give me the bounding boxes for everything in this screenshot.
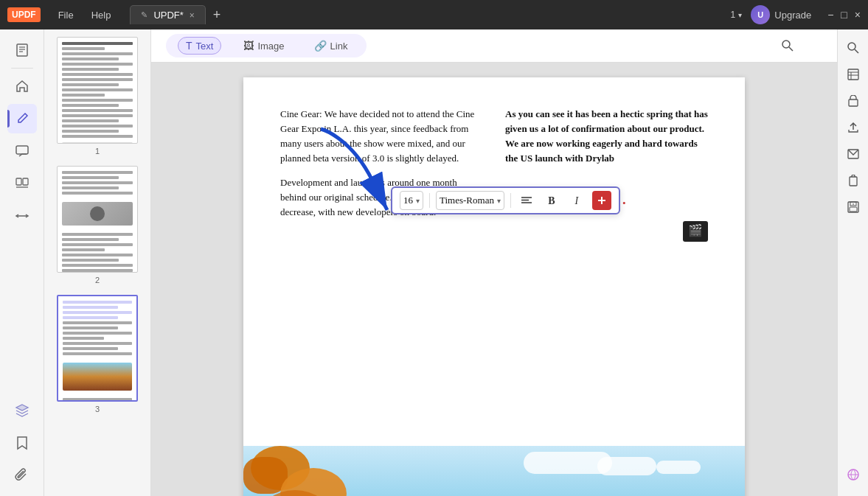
- toolbar: T Text 🖼 Image 🔗 Link: [151, 29, 837, 63]
- right-clipboard-icon[interactable]: [841, 168, 866, 193]
- pdf-viewer[interactable]: Cine Gear: We have decided not to attend…: [151, 63, 837, 496]
- autumn-leaves: [243, 446, 361, 496]
- more-options-button[interactable]: [592, 191, 611, 210]
- right-search-icon[interactable]: [841, 35, 866, 60]
- tab-label: UPDF*: [153, 10, 183, 21]
- link-icon: 🔗: [314, 40, 327, 52]
- title-right: 1 ▾ U Upgrade − □ ×: [731, 5, 861, 24]
- sidebar-icon-read[interactable]: [7, 35, 37, 65]
- thumb-label-3: 3: [95, 405, 100, 413]
- right-table-icon[interactable]: [841, 62, 866, 87]
- thumb-img-3: [57, 295, 138, 402]
- edit-icon: ✎: [141, 10, 147, 20]
- page-nav: 1 ▾: [731, 10, 743, 20]
- svg-point-17: [848, 43, 855, 50]
- svg-rect-25: [850, 177, 857, 186]
- image-tool[interactable]: 🖼 Image: [236, 38, 291, 54]
- thumbnails-panel[interactable]: 1: [44, 29, 151, 496]
- thumbnail-page-2[interactable]: 2: [44, 166, 150, 284]
- bold-button[interactable]: B: [542, 191, 561, 210]
- main-layout: 1: [0, 29, 868, 496]
- right-sidebar: [837, 29, 868, 496]
- svg-rect-4: [16, 146, 28, 154]
- close-window-button[interactable]: ×: [855, 9, 861, 21]
- help-menu[interactable]: Help: [86, 8, 117, 22]
- col1-para2-bold: Development and launch: [280, 177, 376, 188]
- avatar: U: [751, 5, 770, 24]
- svg-rect-0: [17, 44, 27, 56]
- col1-para1-bold: Cine Gear:: [280, 108, 322, 119]
- page-3: Cine Gear: We have decided not to attend…: [243, 77, 745, 496]
- link-tool-label: Link: [330, 41, 348, 52]
- active-tab[interactable]: ✎ UPDF* ×: [130, 5, 205, 24]
- font-size-arrow: ▾: [416, 195, 420, 206]
- sidebar-icon-attach[interactable]: [7, 461, 37, 490]
- right-share-icon[interactable]: [841, 115, 866, 140]
- text-tool[interactable]: T Text: [178, 37, 221, 55]
- font-name-arrow: ▾: [497, 195, 501, 206]
- image-icon: 🖼: [243, 40, 254, 52]
- tab-close-icon[interactable]: ×: [190, 10, 195, 21]
- svg-line-10: [789, 47, 793, 51]
- right-lock-icon[interactable]: [841, 88, 866, 113]
- sidebar-icon-bookmark[interactable]: [7, 428, 37, 458]
- sidebar-icon-comment[interactable]: [7, 136, 37, 166]
- font-name-select[interactable]: Times-Roman ▾: [436, 191, 504, 210]
- svg-rect-5: [16, 178, 21, 185]
- svg-line-18: [855, 49, 858, 53]
- thumbnail-page-1[interactable]: 1: [44, 37, 150, 156]
- image-tool-label: Image: [257, 41, 284, 52]
- text-tool-label: Text: [196, 41, 214, 52]
- sidebar-icon-home[interactable]: [7, 71, 37, 101]
- thumb-img-2: [57, 166, 138, 273]
- upgrade-button[interactable]: U Upgrade: [751, 5, 811, 24]
- window-controls: − □ ×: [827, 9, 861, 21]
- maximize-button[interactable]: □: [841, 9, 847, 21]
- camera-icon: 🎬: [683, 221, 708, 242]
- align-left-button[interactable]: [517, 191, 536, 210]
- thumb-label-2: 2: [95, 276, 100, 284]
- svg-rect-19: [848, 69, 858, 80]
- sidebar-icon-separator: [11, 68, 33, 69]
- right-network-icon[interactable]: [841, 462, 866, 487]
- file-menu[interactable]: File: [52, 8, 80, 22]
- sidebar-icon-organize[interactable]: [7, 169, 37, 198]
- tab-area: ✎ UPDF* × +: [130, 5, 724, 24]
- font-size-select[interactable]: 16 ▾: [400, 191, 423, 210]
- left-sidebar: [0, 29, 44, 496]
- text-format-toolbar: 16 ▾ Times-Roman ▾ B I: [391, 186, 620, 214]
- italic-button[interactable]: I: [567, 191, 586, 210]
- main-content: T Text 🖼 Image 🔗 Link: [151, 29, 837, 496]
- title-bar: UPDF File Help ✎ UPDF* × + 1 ▾ U Upgrade…: [0, 0, 868, 29]
- sidebar-icon-edit[interactable]: [7, 104, 37, 133]
- add-tab-button[interactable]: +: [209, 6, 226, 24]
- amsterdam-photo: [243, 446, 745, 496]
- thumbnail-page-3[interactable]: 3: [44, 295, 150, 413]
- cloud-2: [524, 452, 612, 474]
- minimize-button[interactable]: −: [827, 9, 833, 21]
- col2-text: As you can see it has been a hectic spri…: [505, 107, 708, 167]
- format-divider-2: [510, 193, 511, 208]
- sidebar-icon-convert[interactable]: [7, 201, 37, 231]
- tool-group: T Text 🖼 Image 🔗 Link: [166, 34, 367, 57]
- link-tool[interactable]: 🔗 Link: [307, 38, 355, 54]
- font-name-value: Times-Roman: [440, 193, 494, 208]
- upgrade-label: Upgrade: [774, 10, 811, 21]
- sidebar-icon-layers[interactable]: [7, 396, 37, 425]
- thumb-label-1: 1: [95, 147, 100, 156]
- right-save-icon[interactable]: [841, 195, 866, 220]
- right-mail-icon[interactable]: [841, 142, 866, 167]
- svg-point-9: [782, 41, 790, 48]
- svg-rect-29: [850, 207, 857, 212]
- font-size-value: 16: [403, 193, 413, 208]
- svg-rect-6: [23, 178, 28, 185]
- cloud-3: [656, 461, 701, 474]
- format-divider-1: [429, 193, 430, 208]
- text-icon: T: [186, 40, 192, 52]
- thumb-img-1: [57, 37, 138, 144]
- updf-logo: UPDF: [7, 7, 41, 22]
- svg-rect-23: [849, 99, 858, 106]
- search-button-toolbar[interactable]: [775, 33, 800, 58]
